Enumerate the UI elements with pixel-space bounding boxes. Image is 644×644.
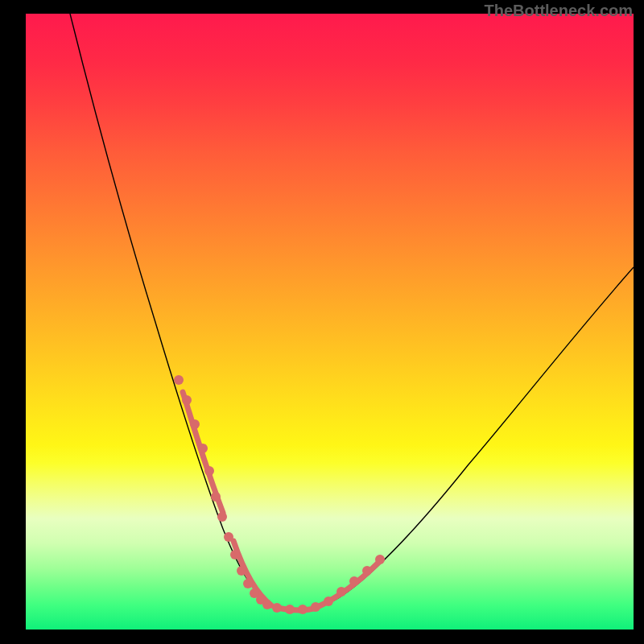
svg-point-14 bbox=[272, 603, 282, 613]
svg-point-17 bbox=[311, 602, 320, 612]
svg-point-5 bbox=[211, 492, 221, 502]
svg-point-2 bbox=[190, 419, 200, 429]
svg-point-6 bbox=[217, 512, 227, 522]
svg-point-21 bbox=[362, 566, 372, 576]
svg-point-10 bbox=[243, 579, 253, 588]
chart-frame: TheBottleneck.com bbox=[0, 0, 644, 644]
svg-point-4 bbox=[204, 466, 214, 476]
svg-point-22 bbox=[375, 555, 385, 564]
curve-path bbox=[70, 14, 634, 611]
svg-point-8 bbox=[230, 550, 240, 559]
svg-point-0 bbox=[174, 375, 184, 385]
svg-point-18 bbox=[324, 597, 333, 606]
bottleneck-curve bbox=[26, 14, 634, 630]
svg-point-9 bbox=[237, 566, 246, 576]
svg-point-15 bbox=[285, 605, 295, 614]
svg-point-1 bbox=[182, 395, 192, 405]
svg-point-13 bbox=[262, 600, 272, 609]
svg-point-3 bbox=[198, 444, 208, 453]
svg-point-19 bbox=[336, 587, 346, 597]
highlight-dots bbox=[174, 375, 385, 614]
svg-point-16 bbox=[298, 605, 308, 614]
svg-point-20 bbox=[349, 576, 359, 586]
svg-point-7 bbox=[224, 532, 233, 542]
